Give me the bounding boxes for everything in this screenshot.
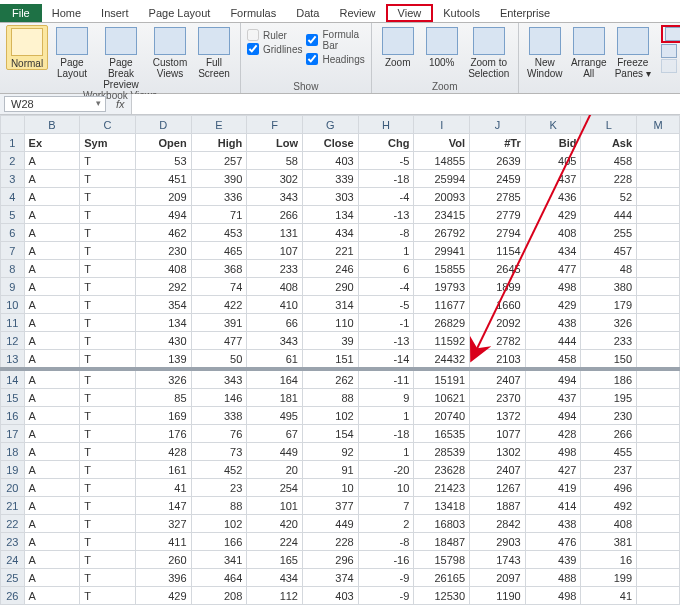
cell[interactable]: A bbox=[24, 389, 80, 407]
cell[interactable]: T bbox=[80, 551, 136, 569]
cell[interactable]: 326 bbox=[135, 369, 191, 389]
cell[interactable]: 260 bbox=[135, 551, 191, 569]
col-header-M[interactable]: M bbox=[637, 116, 680, 134]
cell[interactable] bbox=[637, 569, 680, 587]
cell[interactable] bbox=[637, 479, 680, 497]
arrange-all-button[interactable]: Arrange All bbox=[569, 25, 609, 79]
cell[interactable]: 498 bbox=[525, 587, 581, 605]
cell[interactable]: 7 bbox=[358, 497, 414, 515]
cell[interactable]: T bbox=[80, 569, 136, 587]
cell[interactable]: T bbox=[80, 389, 136, 407]
cell[interactable]: 230 bbox=[135, 242, 191, 260]
cell[interactable]: 164 bbox=[247, 369, 303, 389]
cell[interactable]: 457 bbox=[581, 242, 637, 260]
cell[interactable]: 151 bbox=[302, 350, 358, 370]
cell[interactable]: 408 bbox=[525, 224, 581, 242]
cell[interactable]: 2407 bbox=[470, 369, 526, 389]
row-header[interactable]: 18 bbox=[1, 443, 25, 461]
cell[interactable]: 380 bbox=[581, 278, 637, 296]
cell[interactable]: 74 bbox=[191, 278, 247, 296]
cell[interactable]: -8 bbox=[358, 224, 414, 242]
cell[interactable]: 28539 bbox=[414, 443, 470, 461]
cell[interactable]: 29941 bbox=[414, 242, 470, 260]
cell[interactable]: -9 bbox=[358, 569, 414, 587]
cell[interactable]: Bid bbox=[525, 134, 581, 152]
cell[interactable]: 390 bbox=[191, 170, 247, 188]
cell[interactable]: -13 bbox=[358, 332, 414, 350]
cell[interactable]: Chg bbox=[358, 134, 414, 152]
cell[interactable]: 314 bbox=[302, 296, 358, 314]
cell[interactable] bbox=[637, 350, 680, 370]
cell[interactable]: 85 bbox=[135, 389, 191, 407]
cell[interactable]: A bbox=[24, 551, 80, 569]
row-header[interactable]: 14 bbox=[1, 369, 25, 389]
cell[interactable] bbox=[637, 134, 680, 152]
row-header[interactable]: 20 bbox=[1, 479, 25, 497]
cell[interactable]: 476 bbox=[525, 533, 581, 551]
cell[interactable] bbox=[637, 389, 680, 407]
row-header[interactable]: 9 bbox=[1, 278, 25, 296]
cell[interactable]: 1887 bbox=[470, 497, 526, 515]
cell[interactable]: T bbox=[80, 425, 136, 443]
cell[interactable]: 230 bbox=[581, 407, 637, 425]
cell[interactable]: A bbox=[24, 533, 80, 551]
cell[interactable]: 422 bbox=[191, 296, 247, 314]
cell[interactable]: 92 bbox=[302, 443, 358, 461]
cell[interactable]: 20093 bbox=[414, 188, 470, 206]
cell[interactable]: 411 bbox=[135, 533, 191, 551]
select-all-corner[interactable] bbox=[1, 116, 25, 134]
cell[interactable]: A bbox=[24, 425, 80, 443]
cell[interactable]: 88 bbox=[191, 497, 247, 515]
cell[interactable]: 458 bbox=[581, 152, 637, 170]
cell[interactable]: 12530 bbox=[414, 587, 470, 605]
cell[interactable]: 2842 bbox=[470, 515, 526, 533]
cell[interactable] bbox=[637, 533, 680, 551]
cell[interactable]: A bbox=[24, 242, 80, 260]
cell[interactable]: 434 bbox=[247, 569, 303, 587]
cell[interactable]: 21423 bbox=[414, 479, 470, 497]
cell[interactable]: A bbox=[24, 314, 80, 332]
cell[interactable]: -5 bbox=[358, 152, 414, 170]
cell[interactable]: 436 bbox=[525, 188, 581, 206]
cell[interactable]: -18 bbox=[358, 425, 414, 443]
cell[interactable]: Open bbox=[135, 134, 191, 152]
zoom-button[interactable]: Zoom bbox=[378, 25, 418, 68]
cell[interactable]: 41 bbox=[581, 587, 637, 605]
row-header[interactable]: 23 bbox=[1, 533, 25, 551]
cell[interactable]: 134 bbox=[302, 206, 358, 224]
row-header[interactable]: 17 bbox=[1, 425, 25, 443]
cell[interactable]: 343 bbox=[191, 369, 247, 389]
cell[interactable]: 18487 bbox=[414, 533, 470, 551]
cell[interactable] bbox=[637, 242, 680, 260]
name-box[interactable]: W28 bbox=[4, 96, 106, 112]
cell[interactable]: 451 bbox=[135, 170, 191, 188]
cell[interactable]: 477 bbox=[525, 260, 581, 278]
col-header-C[interactable]: C bbox=[80, 116, 136, 134]
cell[interactable]: T bbox=[80, 278, 136, 296]
row-header[interactable]: 24 bbox=[1, 551, 25, 569]
cell[interactable]: A bbox=[24, 479, 80, 497]
cell[interactable]: 67 bbox=[247, 425, 303, 443]
cell[interactable]: 50 bbox=[191, 350, 247, 370]
cell[interactable]: -1 bbox=[358, 314, 414, 332]
cell[interactable]: 146 bbox=[191, 389, 247, 407]
row-header[interactable]: 2 bbox=[1, 152, 25, 170]
tab-view[interactable]: View bbox=[386, 4, 434, 22]
cell[interactable]: 73 bbox=[191, 443, 247, 461]
cell[interactable]: 131 bbox=[247, 224, 303, 242]
cell[interactable]: -9 bbox=[358, 587, 414, 605]
cell[interactable]: 150 bbox=[581, 350, 637, 370]
cell[interactable]: 354 bbox=[135, 296, 191, 314]
cell[interactable]: 439 bbox=[525, 551, 581, 569]
cell[interactable]: 438 bbox=[525, 515, 581, 533]
cell[interactable]: 147 bbox=[135, 497, 191, 515]
cell[interactable]: 19793 bbox=[414, 278, 470, 296]
cell[interactable]: 465 bbox=[191, 242, 247, 260]
cell[interactable]: 2459 bbox=[470, 170, 526, 188]
cell[interactable]: 139 bbox=[135, 350, 191, 370]
cell[interactable]: 455 bbox=[581, 443, 637, 461]
row-header[interactable]: 10 bbox=[1, 296, 25, 314]
new-window-button[interactable]: New Window bbox=[525, 25, 565, 79]
row-header[interactable]: 4 bbox=[1, 188, 25, 206]
cell[interactable]: 494 bbox=[525, 407, 581, 425]
